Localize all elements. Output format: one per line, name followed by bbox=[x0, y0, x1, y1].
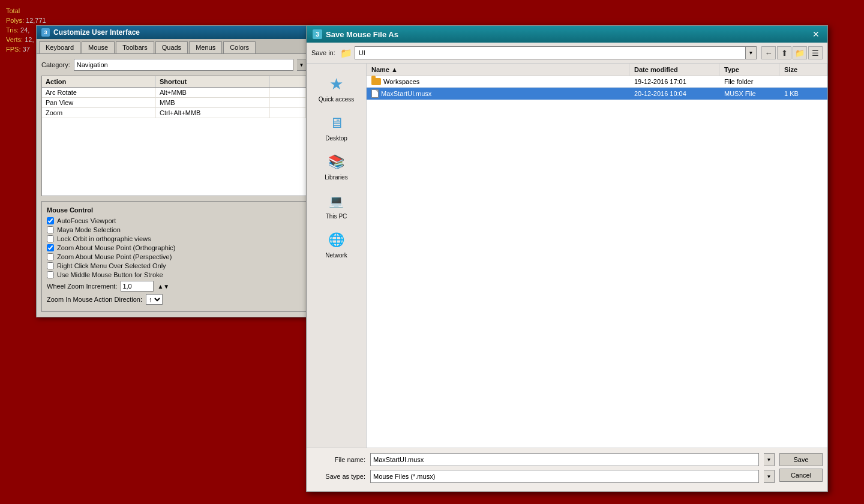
file-row-workspaces[interactable]: Workspaces 19-12-2016 17:01 File folder bbox=[367, 76, 827, 88]
customize-dialog-body: Category: ▼ Action Shortcut Arc Rotate A… bbox=[37, 54, 311, 317]
action-row-arc-rotate[interactable]: Arc Rotate Alt+MMB bbox=[42, 88, 306, 98]
col-header-type[interactable]: Type bbox=[719, 64, 779, 76]
checkbox-maya-mode: Maya Mode Selection bbox=[47, 226, 301, 233]
action-pan-view: Pan View bbox=[42, 98, 156, 107]
col-header-name[interactable]: Name ▲ bbox=[367, 64, 629, 76]
customize-dialog-title: Customize User Interface bbox=[53, 28, 140, 37]
save-dialog-title: Save Mouse File As bbox=[326, 30, 398, 39]
file-row-maxstartui[interactable]: MaxStartUI.musx 20-12-2016 10:04 MUSX Fi… bbox=[367, 88, 827, 100]
bottom-bar: File name: ▼ Save as type: ▼ Save Cancel bbox=[307, 448, 827, 491]
tab-colors[interactable]: Colors bbox=[223, 41, 256, 53]
checkbox-zoom-ortho-label: Zoom About Mouse Point (Orthographic) bbox=[57, 244, 175, 251]
checkbox-right-click-input[interactable] bbox=[47, 262, 54, 269]
save-content: ★ Quick access 🖥 Desktop 📚 Libraries 💻 bbox=[307, 64, 827, 448]
sidebar-item-libraries[interactable]: 📚 Libraries bbox=[310, 148, 364, 184]
mouse-control-title: Mouse Control bbox=[47, 206, 301, 214]
category-select[interactable] bbox=[74, 59, 293, 71]
col-header-size[interactable]: Size bbox=[779, 64, 827, 76]
bottom-buttons: Save Cancel bbox=[779, 453, 823, 482]
toolbar-btn-group: ← ⬆ 📁 ☰ bbox=[761, 46, 823, 59]
checkbox-autofocus: AutoFocus Viewport bbox=[47, 217, 301, 224]
col-header-date[interactable]: Date modified bbox=[629, 64, 719, 76]
action-zoom: Zoom bbox=[42, 108, 156, 118]
save-toolbar: Save in: 📁 ▼ ← ⬆ 📁 ☰ bbox=[307, 43, 827, 64]
save-dialog-icon: 3 bbox=[313, 29, 322, 39]
bottom-rows: File name: ▼ Save as type: ▼ Save Cancel bbox=[311, 453, 823, 487]
customize-tab-bar: Keyboard Mouse Toolbars Quads Menus Colo… bbox=[37, 39, 311, 54]
save-as-dropdown[interactable]: ▼ bbox=[764, 470, 775, 483]
save-button[interactable]: Save bbox=[779, 453, 823, 466]
up-button[interactable]: ⬆ bbox=[777, 46, 791, 59]
checkbox-right-click-label: Right Click Menu Over Selected Only bbox=[57, 262, 166, 269]
tab-quads[interactable]: Quads bbox=[155, 41, 188, 53]
tab-toolbars[interactable]: Toolbars bbox=[116, 41, 154, 53]
customize-dialog-icon: 3 bbox=[41, 28, 50, 37]
zoom-direction-label: Zoom In Mouse Action Direction: bbox=[47, 296, 142, 303]
save-as-input[interactable] bbox=[370, 470, 759, 483]
tris-label: Tris: bbox=[6, 26, 19, 34]
file-size-maxstartui: 1 KB bbox=[779, 88, 827, 100]
checkbox-autofocus-label: AutoFocus Viewport bbox=[57, 217, 116, 224]
wheel-zoom-spinner[interactable]: ▲▼ bbox=[157, 283, 169, 290]
checkbox-right-click: Right Click Menu Over Selected Only bbox=[47, 262, 301, 269]
file-date-maxstartui: 20-12-2016 10:04 bbox=[629, 88, 719, 100]
save-in-label: Save in: bbox=[311, 49, 335, 56]
file-icon-maxstartui bbox=[371, 89, 379, 98]
sidebar-item-network[interactable]: 🌐 Network bbox=[310, 226, 364, 262]
file-list-header: Name ▲ Date modified Type Size bbox=[367, 64, 827, 76]
action-row-zoom[interactable]: Zoom Ctrl+Alt+MMB bbox=[42, 108, 306, 118]
location-bar: 📁 ▼ bbox=[340, 46, 757, 59]
action-table-body: Arc Rotate Alt+MMB Pan View MMB Zoom Ctr… bbox=[42, 88, 306, 196]
shortcut-zoom: Ctrl+Alt+MMB bbox=[156, 108, 270, 118]
desktop-label: Desktop bbox=[325, 135, 347, 142]
checkbox-zoom-persp-input[interactable] bbox=[47, 253, 54, 260]
checkbox-lock-orbit-label: Lock Orbit in orthographic views bbox=[57, 235, 151, 242]
tab-mouse[interactable]: Mouse bbox=[82, 41, 115, 53]
action-row-pan-view[interactable]: Pan View MMB bbox=[42, 98, 306, 108]
checkbox-zoom-persp-label: Zoom About Mouse Point (Perspective) bbox=[57, 253, 172, 260]
file-name-dropdown[interactable]: ▼ bbox=[764, 453, 775, 466]
back-button[interactable]: ← bbox=[761, 46, 776, 59]
sidebar-item-quick-access[interactable]: ★ Quick access bbox=[310, 70, 364, 106]
cancel-button[interactable]: Cancel bbox=[779, 469, 823, 482]
checkbox-maya-mode-input[interactable] bbox=[47, 226, 54, 233]
checkbox-zoom-ortho-input[interactable] bbox=[47, 244, 54, 251]
checkbox-middle-mouse-input[interactable] bbox=[47, 271, 54, 278]
file-name-label: File name: bbox=[311, 456, 365, 463]
view-button[interactable]: ☰ bbox=[808, 46, 823, 59]
wheel-zoom-row: Wheel Zoom Increment: ▲▼ bbox=[47, 281, 301, 292]
customize-dialog: 3 Customize User Interface Keyboard Mous… bbox=[36, 25, 312, 317]
network-icon: 🌐 bbox=[326, 229, 347, 251]
file-name-input[interactable] bbox=[370, 453, 759, 466]
location-folder-icon: 📁 bbox=[340, 47, 352, 59]
checkbox-lock-orbit-input[interactable] bbox=[47, 235, 54, 242]
checkbox-middle-mouse-label: Use Middle Mouse Button for Stroke bbox=[57, 271, 163, 278]
tab-menus[interactable]: Menus bbox=[189, 41, 222, 53]
category-dropdown-arrow[interactable]: ▼ bbox=[297, 59, 307, 71]
this-pc-label: This PC bbox=[326, 213, 347, 220]
location-dropdown[interactable]: ▼ bbox=[746, 46, 757, 59]
polys-value: 12,771 bbox=[26, 17, 46, 24]
total-label: Total bbox=[6, 7, 20, 14]
checkbox-lock-orbit: Lock Orbit in orthographic views bbox=[47, 235, 301, 242]
checkbox-maya-mode-label: Maya Mode Selection bbox=[57, 226, 121, 233]
save-dialog-close-button[interactable]: ✕ bbox=[811, 29, 821, 40]
extra-col-header bbox=[270, 76, 306, 87]
location-input[interactable] bbox=[355, 46, 746, 59]
checkbox-autofocus-input[interactable] bbox=[47, 217, 54, 224]
sidebar-item-this-pc[interactable]: 💻 This PC bbox=[310, 187, 364, 223]
action-table: Action Shortcut Arc Rotate Alt+MMB Pan V… bbox=[41, 76, 307, 196]
save-dialog: 3 Save Mouse File As ✕ Save in: 📁 ▼ ← ⬆ … bbox=[306, 25, 828, 492]
sidebar-item-desktop[interactable]: 🖥 Desktop bbox=[310, 109, 364, 145]
polys-label: Polys: bbox=[6, 17, 24, 24]
save-as-label: Save as type: bbox=[311, 473, 365, 480]
action-col-header: Action bbox=[42, 76, 156, 87]
tab-keyboard[interactable]: Keyboard bbox=[39, 41, 80, 53]
new-folder-button[interactable]: 📁 bbox=[793, 46, 807, 59]
zoom-direction-select[interactable]: ↑ ↓ bbox=[146, 294, 163, 305]
save-dialog-title-left: 3 Save Mouse File As bbox=[313, 29, 398, 39]
file-name-row: File name: ▼ bbox=[311, 453, 775, 466]
file-list-area: Name ▲ Date modified Type Size Workspace… bbox=[367, 64, 827, 448]
wheel-zoom-input[interactable] bbox=[121, 281, 154, 292]
quick-access-label: Quick access bbox=[319, 96, 354, 103]
